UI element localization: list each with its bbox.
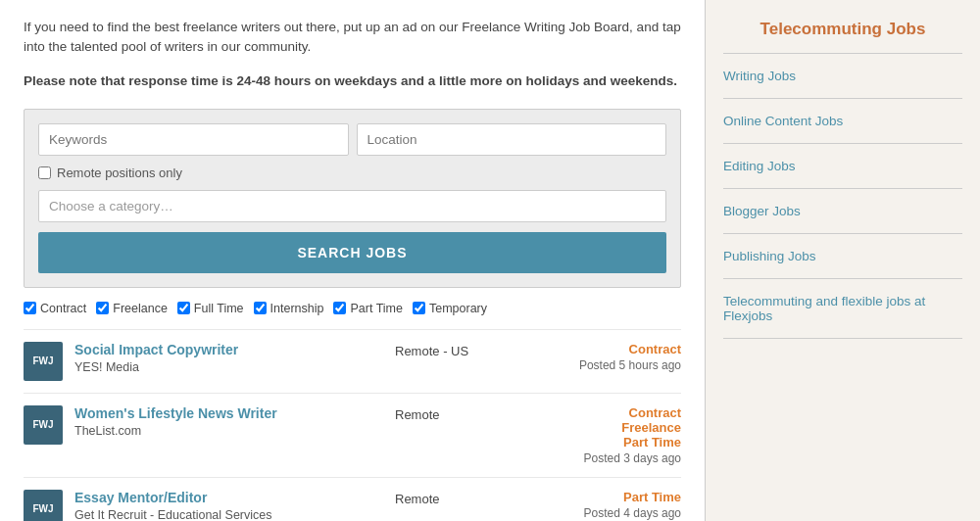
sidebar-divider [723, 338, 962, 339]
filter-checkbox-internship[interactable] [254, 302, 267, 314]
job-info: Social Impact CopywriterYES! Media [74, 342, 383, 374]
filter-checkbox-part-time[interactable] [333, 302, 346, 314]
job-posted: Posted 5 hours ago [544, 358, 681, 372]
job-type: Contract [544, 342, 681, 356]
sidebar-divider [723, 143, 962, 144]
sidebar-divider [723, 278, 962, 279]
filter-label: Full Time [194, 302, 244, 315]
job-posted: Posted 4 days ago [544, 506, 681, 520]
sidebar-link[interactable]: Editing Jobs [723, 152, 962, 180]
remote-label: Remote positions only [57, 166, 182, 180]
job-type: Part Time [544, 490, 681, 504]
filter-label: Freelance [113, 302, 168, 315]
job-posted: Posted 3 days ago [544, 451, 681, 465]
sidebar-divider [723, 188, 962, 189]
job-type: Part Time [544, 435, 681, 450]
job-meta: Part TimePosted 4 days ago [544, 490, 681, 520]
filter-item-full-time: Full Time [177, 302, 244, 315]
sidebar-link[interactable]: Publishing Jobs [723, 242, 962, 270]
job-title-link[interactable]: Essay Mentor/Editor [74, 490, 383, 505]
job-location: Remote - US [395, 342, 532, 358]
sidebar-link[interactable]: Writing Jobs [723, 62, 962, 90]
job-meta: ContractPosted 5 hours ago [544, 342, 681, 372]
job-logo: FWJ [24, 490, 63, 521]
filter-row: ContractFreelanceFull TimeInternshipPart… [24, 302, 681, 315]
job-logo: FWJ [24, 342, 63, 381]
job-title-link[interactable]: Women's Lifestyle News Writer [74, 405, 383, 421]
filter-item-freelance: Freelance [96, 302, 168, 315]
job-listing: FWJWomen's Lifestyle News WriterTheList.… [24, 393, 681, 477]
main-content: If you need to find the best freelance w… [0, 0, 706, 521]
filter-label: Temporary [429, 302, 487, 315]
notice-paragraph: Please note that response time is 24-48 … [24, 71, 681, 91]
job-listing: FWJSocial Impact CopywriterYES! MediaRem… [24, 329, 681, 393]
job-company: YES! Media [74, 360, 383, 374]
job-type: Freelance [544, 420, 681, 435]
job-location: Remote [395, 490, 532, 506]
job-listing: FWJEssay Mentor/EditorGet It Recruit - E… [24, 477, 681, 521]
sidebar-link[interactable]: Blogger Jobs [723, 197, 962, 225]
sidebar-divider [723, 98, 962, 99]
job-title-link[interactable]: Social Impact Copywriter [74, 342, 383, 357]
sidebar-divider [723, 233, 962, 234]
remote-checkbox[interactable] [38, 166, 51, 179]
job-info: Women's Lifestyle News WriterTheList.com [74, 405, 383, 438]
sidebar-title: Telecommuting Jobs [723, 20, 962, 39]
job-listings: FWJSocial Impact CopywriterYES! MediaRem… [24, 329, 681, 521]
sidebar-links: Writing JobsOnline Content JobsEditing J… [723, 62, 962, 339]
filter-checkbox-contract[interactable] [24, 302, 36, 314]
job-logo: FWJ [24, 405, 63, 445]
job-company: Get It Recruit - Educational Services [74, 508, 383, 521]
filter-item-part-time: Part Time [333, 302, 403, 315]
filter-label: Internship [270, 302, 324, 315]
search-jobs-button[interactable]: SEARCH JOBS [38, 232, 666, 273]
category-select[interactable]: Choose a category… [38, 190, 666, 222]
search-form: Remote positions only Choose a category…… [24, 109, 681, 288]
filter-checkbox-temporary[interactable] [413, 302, 425, 314]
job-location: Remote [395, 405, 532, 422]
filter-item-temporary: Temporary [413, 302, 487, 315]
job-company: TheList.com [74, 424, 383, 438]
filter-label: Part Time [350, 302, 403, 315]
keywords-input[interactable] [38, 123, 349, 156]
filter-checkbox-full-time[interactable] [177, 302, 190, 314]
filter-item-contract: Contract [24, 302, 86, 315]
job-type: Contract [544, 405, 681, 420]
sidebar-link[interactable]: Telecommuting and flexible jobs at Flexj… [723, 287, 962, 330]
filter-item-internship: Internship [254, 302, 324, 315]
filter-label: Contract [40, 302, 86, 315]
filter-checkbox-freelance[interactable] [96, 302, 109, 314]
sidebar: Telecommuting Jobs Writing JobsOnline Co… [706, 0, 980, 521]
job-meta: ContractFreelancePart TimePosted 3 days … [544, 405, 681, 465]
sidebar-link[interactable]: Online Content Jobs [723, 107, 962, 135]
intro-paragraph: If you need to find the best freelance w… [24, 18, 681, 58]
sidebar-divider [723, 53, 962, 54]
job-info: Essay Mentor/EditorGet It Recruit - Educ… [74, 490, 383, 521]
location-input[interactable] [357, 123, 667, 156]
